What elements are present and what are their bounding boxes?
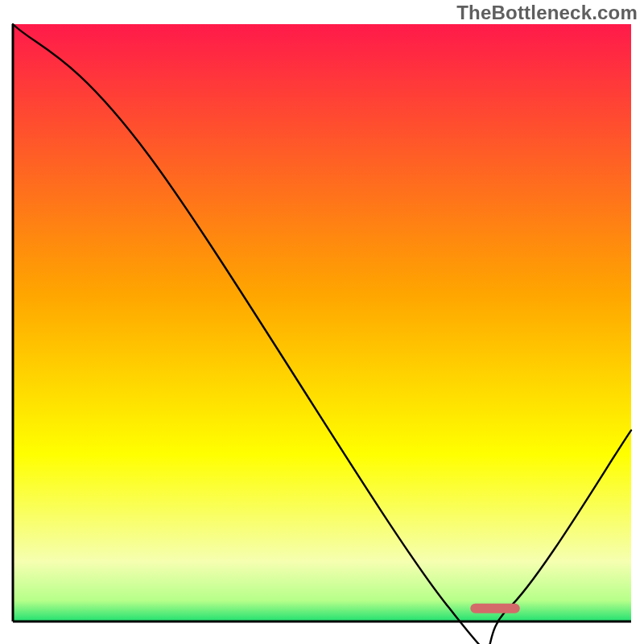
bottleneck-chart — [0, 0, 644, 644]
optimum-marker — [470, 604, 519, 613]
plot-background — [13, 24, 631, 621]
watermark-text: TheBottleneck.com — [456, 2, 638, 24]
chart-container: { "watermark": "TheBottleneck.com", "cha… — [0, 0, 644, 644]
